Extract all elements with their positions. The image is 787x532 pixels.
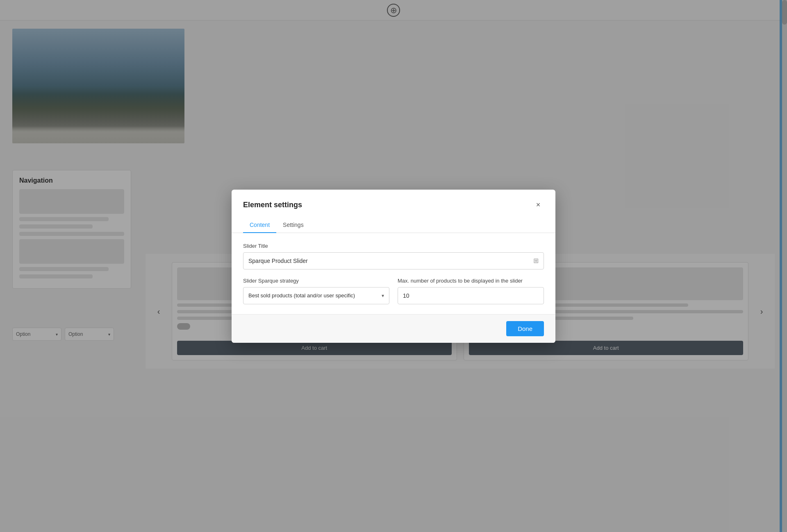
modal-close-button[interactable]: × — [532, 199, 544, 211]
max-products-label: Max. number of products to be displayed … — [398, 278, 544, 284]
modal-title: Element settings — [243, 201, 302, 209]
max-products-value: 10 — [403, 292, 409, 299]
slider-title-value: Sparque Product Slider — [248, 258, 308, 264]
slider-title-label: Slider Title — [243, 243, 544, 249]
text-input-icon: ⊞ — [533, 257, 539, 265]
modal-tabs: Content Settings — [232, 217, 555, 233]
modal-header: Element settings × — [232, 190, 555, 211]
strategy-select[interactable]: Best sold products (total and/or user sp… — [243, 287, 389, 304]
max-products-field: Max. number of products to be displayed … — [398, 278, 544, 304]
strategy-field: Slider Sparque strategy Best sold produc… — [243, 278, 389, 304]
tab-settings[interactable]: Settings — [276, 217, 310, 233]
element-settings-modal: Element settings × Content Settings Slid… — [232, 190, 555, 343]
slider-title-input[interactable]: Sparque Product Slider ⊞ — [243, 252, 544, 269]
done-button[interactable]: Done — [506, 321, 544, 336]
select-arrow-icon: ▾ — [382, 293, 384, 299]
modal-body: Slider Title Sparque Product Slider ⊞ Sl… — [232, 233, 555, 314]
slider-title-field: Slider Title Sparque Product Slider ⊞ — [243, 243, 544, 269]
strategy-value: Best sold products (total and/or user sp… — [248, 292, 355, 299]
strategy-label: Slider Sparque strategy — [243, 278, 389, 284]
tab-content[interactable]: Content — [243, 217, 276, 233]
two-column-row: Slider Sparque strategy Best sold produc… — [243, 278, 544, 304]
max-products-input[interactable]: 10 — [398, 287, 544, 304]
modal-footer: Done — [232, 314, 555, 343]
